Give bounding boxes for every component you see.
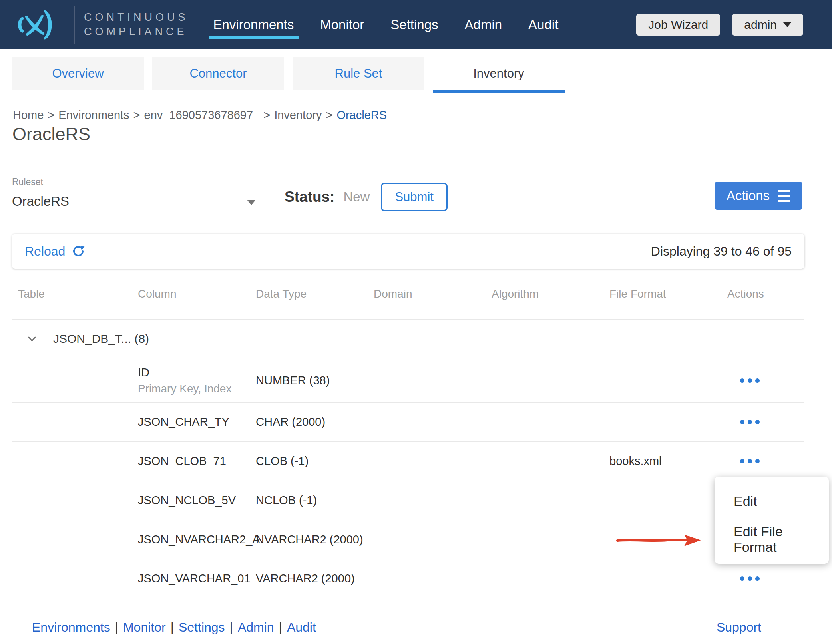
breadcrumb-separator: > [133,109,140,121]
job-wizard-label: Job Wizard [648,18,708,32]
table-row: JSON_NCLOB_5V NCLOB (-1) [12,481,804,520]
col-header-actions: Actions [727,288,798,300]
cell-column: JSON_VARCHAR_01 [138,572,256,585]
page-title: OracleRS [12,124,90,145]
table-row: JSON_VARCHAR_01 VARCHAR2 (2000) [12,559,804,598]
job-wizard-button[interactable]: Job Wizard [636,14,720,36]
row-actions-button[interactable] [738,455,762,467]
nav-label: Audit [528,17,558,32]
cell-data-type: NUMBER (38) [256,374,374,387]
footer-link-settings[interactable]: Settings [179,620,225,634]
inventory-table: Table Column Data Type Domain Algorithm … [12,269,804,598]
menu-item-edit-file-format[interactable]: Edit File Format [715,520,829,559]
footer-link-monitor[interactable]: Monitor [123,620,166,634]
nav-label: Environments [213,17,294,32]
chevron-down-icon [783,22,791,27]
actions-button[interactable]: Actions [715,182,802,210]
cell-column: JSON_NCLOB_5V [138,494,256,507]
col-header-file-format: File Format [609,288,727,300]
cell-column: JSON_CLOB_71 [138,455,256,468]
footer-separator: | [279,620,282,634]
breadcrumb-environments[interactable]: Environments [58,109,129,121]
nav-item-audit[interactable]: Audit [528,0,558,49]
tab-label: Rule Set [335,66,382,81]
breadcrumb-separator: > [48,109,54,121]
nav-item-environments[interactable]: Environments [213,0,294,49]
col-header-table: Table [18,288,138,300]
cell-column: ID Primary Key, Index [138,366,256,395]
annotation-arrow-icon [615,531,704,549]
actions-button-label: Actions [727,188,770,203]
table-toolbar: Reload Displaying 39 to 46 of 95 [12,234,804,269]
submit-button[interactable]: Submit [381,183,447,211]
ruleset-value: OracleRS [12,194,259,209]
breadcrumb-current[interactable]: OracleRS [336,109,387,121]
status-group: Status: New Submit [285,183,448,211]
delphix-logo-icon [14,10,58,40]
nav-item-admin[interactable]: Admin [465,0,502,49]
tab-connector[interactable]: Connector [152,57,284,90]
status-label: Status: [285,189,334,205]
cell-data-type: VARCHAR2 (2000) [256,572,374,585]
user-menu-button[interactable]: admin [732,14,803,36]
tab-label: Connector [189,66,247,81]
breadcrumb-home[interactable]: Home [13,109,44,121]
tab-inventory[interactable]: Inventory [433,57,565,93]
cell-column: JSON_NVARCHAR2_A [138,533,256,546]
row-actions-button[interactable] [738,374,762,387]
ruleset-label: Ruleset [12,177,259,187]
breadcrumb: Home>Environments>env_1690573678697_>Inv… [13,109,387,122]
nav-label: Settings [390,17,438,32]
menu-item-edit[interactable]: Edit [715,482,829,520]
breadcrumb-env-id[interactable]: env_1690573678697_ [144,109,260,121]
active-nav-underline [209,36,299,39]
hamburger-menu-icon [778,190,790,202]
reload-label: Reload [25,244,65,259]
refresh-icon [72,244,85,258]
footer-links: Environments|Monitor|Settings|Admin|Audi… [32,620,316,635]
user-menu-label: admin [744,18,777,32]
chevron-expanded-icon[interactable] [26,333,38,345]
row-actions-menu: Edit Edit File Format [715,477,829,564]
table-group-row[interactable]: JSON_DB_T... (8) [12,320,804,358]
row-actions-button[interactable] [738,416,762,428]
col-header-data-type: Data Type [256,288,374,300]
brand-line2: COMPLIANCE [84,25,189,39]
ruleset-select[interactable]: Ruleset OracleRS [12,177,259,219]
table-row: ID Primary Key, Index NUMBER (38) [12,358,804,403]
nav-item-settings[interactable]: Settings [390,0,438,49]
footer-link-audit[interactable]: Audit [287,620,316,634]
page: CONTINUOUS COMPLIANCE Environments Monit… [0,0,832,644]
status-value: New [343,189,370,205]
footer-link-environments[interactable]: Environments [32,620,110,634]
breadcrumb-separator: > [263,109,270,121]
cell-column: JSON_CHAR_TY [138,415,256,429]
navbar-right: Job Wizard admin [636,14,832,36]
footer-separator: | [115,620,118,634]
footer: Environments|Monitor|Settings|Admin|Audi… [0,610,832,644]
primary-nav: Environments Monitor Settings Admin Audi… [213,0,559,49]
reload-button[interactable]: Reload [25,244,85,259]
table-row: JSON_CLOB_71 CLOB (-1) books.xml [12,442,804,481]
cell-data-type: NCLOB (-1) [256,494,374,507]
brand-logo[interactable]: CONTINUOUS COMPLIANCE [0,0,189,49]
cell-data-type: NVARCHAR2 (2000) [256,533,374,546]
tab-overview[interactable]: Overview [12,57,144,90]
tab-label: Overview [52,66,104,81]
tab-rule-set[interactable]: Rule Set [293,57,424,90]
nav-label: Admin [465,17,502,32]
footer-link-admin[interactable]: Admin [238,620,274,634]
section-tabs: Overview Connector Rule Set Inventory [12,57,565,93]
breadcrumb-inventory[interactable]: Inventory [274,109,322,121]
row-actions-button[interactable] [738,572,762,585]
nav-label: Monitor [320,17,364,32]
group-table-name: JSON_DB_T... (8) [53,332,149,346]
brand-line1: CONTINUOUS [84,10,189,25]
tab-label: Inventory [473,66,524,81]
column-note: Primary Key, Index [138,382,256,395]
nav-item-monitor[interactable]: Monitor [320,0,364,49]
top-navbar: CONTINUOUS COMPLIANCE Environments Monit… [0,0,832,49]
col-header-algorithm: Algorithm [492,288,609,300]
support-link[interactable]: Support [717,620,761,635]
table-group-cell: JSON_DB_T... (8) [18,332,374,346]
